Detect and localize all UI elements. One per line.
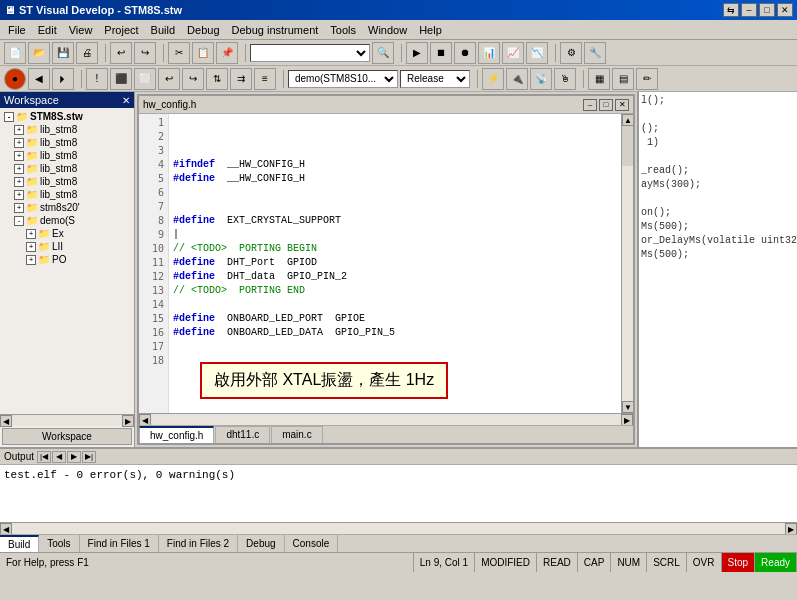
tree-item-demo[interactable]: - 📁 demo(S bbox=[2, 214, 132, 227]
minimize-button[interactable]: – bbox=[741, 3, 757, 17]
close-button[interactable]: ✕ bbox=[777, 3, 793, 17]
tb2-btn4[interactable]: ⬛ bbox=[110, 68, 132, 90]
release-combo[interactable]: Release bbox=[400, 70, 470, 88]
search-button[interactable]: 🔍 bbox=[372, 42, 394, 64]
menu-help[interactable]: Help bbox=[413, 22, 448, 38]
tree-item-root[interactable]: - 📁 STM8S.stw bbox=[2, 110, 132, 123]
expand-lib1[interactable]: + bbox=[14, 125, 24, 135]
tree-item-lib5[interactable]: + 📁 lib_stm8 bbox=[2, 175, 132, 188]
cut-button[interactable]: ✂ bbox=[168, 42, 190, 64]
tree-item-lib4[interactable]: + 📁 lib_stm8 bbox=[2, 162, 132, 175]
tab-main[interactable]: main.c bbox=[271, 426, 322, 443]
tb2-extra1[interactable]: ⚡ bbox=[482, 68, 504, 90]
code-scroll-up[interactable]: ▲ bbox=[622, 114, 633, 126]
bottom-tab-find1[interactable]: Find in Files 1 bbox=[80, 535, 159, 552]
tree-item-lib1[interactable]: + 📁 lib_stm8 bbox=[2, 123, 132, 136]
menu-debug[interactable]: Debug bbox=[181, 22, 225, 38]
bottom-tab-debug[interactable]: Debug bbox=[238, 535, 284, 552]
tb-btn5[interactable]: 📈 bbox=[502, 42, 524, 64]
maximize-button[interactable]: □ bbox=[759, 3, 775, 17]
menu-file[interactable]: File bbox=[2, 22, 32, 38]
code-scrollbar-v[interactable]: ▲ ▼ bbox=[621, 114, 633, 413]
expand-stm8[interactable]: + bbox=[14, 203, 24, 213]
tree-item-lib6[interactable]: + 📁 lib_stm8 bbox=[2, 188, 132, 201]
tree-item-stm8[interactable]: + 📁 stm8s20' bbox=[2, 201, 132, 214]
sidebar-close-button[interactable]: ✕ bbox=[122, 95, 130, 106]
save-button[interactable]: 💾 bbox=[52, 42, 74, 64]
bottom-scrollbar-h[interactable]: ◀ ▶ bbox=[0, 522, 797, 534]
expand-lib3[interactable]: + bbox=[14, 151, 24, 161]
bottom-tab-find2[interactable]: Find in Files 2 bbox=[159, 535, 238, 552]
tb2-btn8[interactable]: ⇅ bbox=[206, 68, 228, 90]
tb-btn4[interactable]: 📊 bbox=[478, 42, 500, 64]
tb2-btn10[interactable]: ≡ bbox=[254, 68, 276, 90]
bottom-tab-build[interactable]: Build bbox=[0, 535, 39, 552]
tree-item-ex[interactable]: + 📁 Ex bbox=[2, 227, 132, 240]
code-max-button[interactable]: □ bbox=[599, 99, 613, 111]
tb2-extra4[interactable]: 🖱 bbox=[554, 68, 576, 90]
print-button[interactable]: 🖨 bbox=[76, 42, 98, 64]
bottom-tab-console[interactable]: Console bbox=[285, 535, 339, 552]
redo-button[interactable]: ↪ bbox=[134, 42, 156, 64]
undo-button[interactable]: ↩ bbox=[110, 42, 132, 64]
expand-lib6[interactable]: + bbox=[14, 190, 24, 200]
sidebar-scroll-left[interactable]: ◀ bbox=[0, 415, 12, 427]
tb2-btn7[interactable]: ↪ bbox=[182, 68, 204, 90]
menu-project[interactable]: Project bbox=[98, 22, 144, 38]
tb2-btn9[interactable]: ⇉ bbox=[230, 68, 252, 90]
tb2-btn3[interactable]: ! bbox=[86, 68, 108, 90]
bottom-tab-tools[interactable]: Tools bbox=[39, 535, 79, 552]
tab-hw-config[interactable]: hw_config.h bbox=[139, 426, 214, 443]
menu-tools[interactable]: Tools bbox=[324, 22, 362, 38]
expand-lib2[interactable]: + bbox=[14, 138, 24, 148]
code-scrollbar-h[interactable]: ◀ ▶ bbox=[139, 413, 633, 425]
demo-combo[interactable]: demo(STM8S10... bbox=[288, 70, 398, 88]
tb2-btn6[interactable]: ↩ bbox=[158, 68, 180, 90]
tb2-btn5[interactable]: ⬜ bbox=[134, 68, 156, 90]
search-combo[interactable] bbox=[250, 44, 370, 62]
code-close-button[interactable]: ✕ bbox=[615, 99, 629, 111]
tb-btn6[interactable]: 📉 bbox=[526, 42, 548, 64]
expand-lib4[interactable]: + bbox=[14, 164, 24, 174]
tree-item-lib3[interactable]: + 📁 lib_stm8 bbox=[2, 149, 132, 162]
tb2-btn1[interactable]: ◀ bbox=[28, 68, 50, 90]
tb-extra1[interactable]: ⚙ bbox=[560, 42, 582, 64]
copy-button[interactable]: 📋 bbox=[192, 42, 214, 64]
tree-item-lii[interactable]: + 📁 LII bbox=[2, 240, 132, 253]
code-scroll-down[interactable]: ▼ bbox=[622, 401, 633, 413]
nav-next[interactable]: ▶ bbox=[67, 451, 81, 463]
expand-ex[interactable]: + bbox=[26, 229, 36, 239]
menu-edit[interactable]: Edit bbox=[32, 22, 63, 38]
sidebar-tab[interactable]: Workspace bbox=[2, 428, 132, 445]
nav-prev[interactable]: ◀ bbox=[52, 451, 66, 463]
expand-demo[interactable]: - bbox=[14, 216, 24, 226]
tb-btn3[interactable]: ⏺ bbox=[454, 42, 476, 64]
expand-po[interactable]: + bbox=[26, 255, 36, 265]
tb-btn1[interactable]: ▶ bbox=[406, 42, 428, 64]
open-button[interactable]: 📂 bbox=[28, 42, 50, 64]
sidebar-scroll-right[interactable]: ▶ bbox=[122, 415, 134, 427]
expand-root[interactable]: - bbox=[4, 112, 14, 122]
tb-extra2[interactable]: 🔧 bbox=[584, 42, 606, 64]
nav-last[interactable]: ▶| bbox=[82, 451, 96, 463]
record-button[interactable]: ● bbox=[4, 68, 26, 90]
tb2-extra2[interactable]: 🔌 bbox=[506, 68, 528, 90]
paste-button[interactable]: 📌 bbox=[216, 42, 238, 64]
new-button[interactable]: 📄 bbox=[4, 42, 26, 64]
menu-window[interactable]: Window bbox=[362, 22, 413, 38]
tb2-extra3[interactable]: 📡 bbox=[530, 68, 552, 90]
code-min-button[interactable]: – bbox=[583, 99, 597, 111]
menu-view[interactable]: View bbox=[63, 22, 99, 38]
expand-lib5[interactable]: + bbox=[14, 177, 24, 187]
menu-build[interactable]: Build bbox=[145, 22, 181, 38]
tab-dht11[interactable]: dht11.c bbox=[215, 426, 270, 443]
restore-button[interactable]: ⇆ bbox=[723, 3, 739, 17]
tb2-btn2[interactable]: ⏵ bbox=[52, 68, 74, 90]
expand-lii[interactable]: + bbox=[26, 242, 36, 252]
nav-first[interactable]: |◀ bbox=[37, 451, 51, 463]
tb2-extra7[interactable]: ✏ bbox=[636, 68, 658, 90]
tb2-extra5[interactable]: ▦ bbox=[588, 68, 610, 90]
menu-debug-instrument[interactable]: Debug instrument bbox=[226, 22, 325, 38]
tree-item-lib2[interactable]: + 📁 lib_stm8 bbox=[2, 136, 132, 149]
tb-btn2[interactable]: ⏹ bbox=[430, 42, 452, 64]
